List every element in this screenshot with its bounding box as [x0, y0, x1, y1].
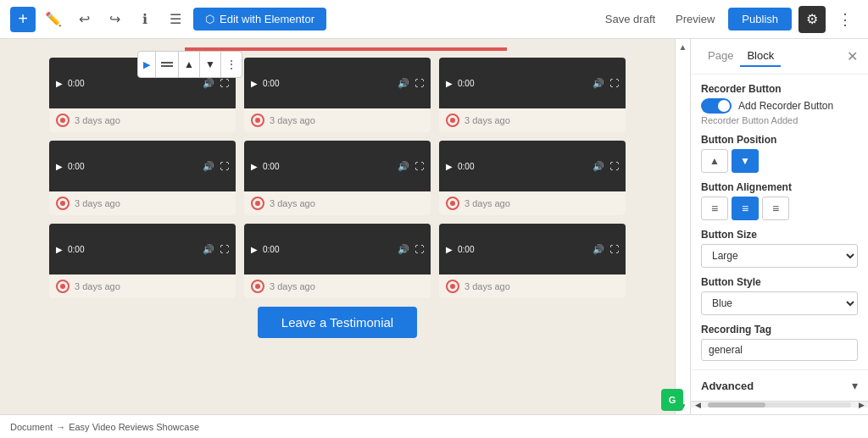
- video-card: ▶ 0:00 🔊 ⛶ 3 days ago: [439, 141, 626, 215]
- testimonial-btn-wrap: Leave a Testimonial: [258, 307, 417, 338]
- volume-icon: 🔊: [203, 161, 214, 172]
- time-display: 0:00: [68, 79, 198, 88]
- recorder-toggle[interactable]: [701, 98, 732, 114]
- info-button[interactable]: ℹ: [132, 7, 158, 32]
- breadcrumb-root: Document: [10, 422, 53, 432]
- advanced-chevron-icon: ▾: [852, 379, 858, 392]
- time-ago: 3 days ago: [75, 115, 120, 125]
- breadcrumb-arrow: →: [56, 422, 65, 432]
- video-player[interactable]: ▶ 0:00 🔊 ⛶: [439, 224, 626, 274]
- block-move-down-button[interactable]: ▼: [200, 52, 221, 77]
- video-card: ▶ 0:00 🔊 ⛶ 3 days ago: [244, 58, 431, 132]
- panel-close-button[interactable]: ✕: [847, 48, 858, 64]
- button-style-label: Button Style: [701, 276, 858, 288]
- preview-button[interactable]: Preview: [669, 9, 721, 29]
- scrollbar-left-button[interactable]: ◀: [691, 398, 704, 412]
- block-more-button[interactable]: ⋮: [221, 52, 242, 77]
- elementor-label: Edit with Elementor: [220, 13, 314, 25]
- button-style-select[interactable]: Blue: [701, 291, 858, 315]
- toolbar-left: + ✏️ ↩ ↪ ℹ ☰ ⬡ Edit with Elementor: [10, 7, 593, 32]
- redo-button[interactable]: ↪: [102, 7, 127, 32]
- alignment-buttons: ≡ ≡ ≡: [701, 197, 858, 220]
- video-player[interactable]: ▶ 0:00 🔊 ⛶: [439, 141, 626, 191]
- testimonial-button[interactable]: Leave a Testimonial: [258, 307, 417, 338]
- settings-button[interactable]: ⚙: [798, 6, 826, 33]
- record-icon: [446, 280, 459, 293]
- time-ago: 3 days ago: [465, 198, 510, 208]
- block-type-icon-button[interactable]: ▶: [138, 52, 156, 77]
- add-button[interactable]: +: [10, 7, 36, 32]
- record-icon: [446, 197, 459, 210]
- fullscreen-icon: ⛶: [220, 244, 229, 254]
- scrollbar-track: [708, 402, 851, 408]
- video-meta: 3 days ago: [439, 191, 626, 215]
- grammarly-icon[interactable]: G: [661, 389, 675, 411]
- video-player[interactable]: ▶ 0:00 🔊 ⛶: [439, 58, 626, 108]
- video-player[interactable]: ▶ 0:00 🔊 ⛶: [49, 141, 236, 191]
- position-buttons: ▲ ▼: [701, 149, 858, 173]
- time-display: 0:00: [68, 162, 198, 171]
- recording-tag-label: Recording Tag: [701, 324, 858, 335]
- save-draft-button[interactable]: Save draft: [598, 9, 662, 29]
- recording-tag-section: Recording Tag: [701, 324, 858, 361]
- button-position-section: Button Position ▲ ▼: [701, 134, 858, 173]
- video-player[interactable]: ▶ 0:00 🔊 ⛶: [244, 141, 431, 191]
- canvas: ▶ ▲ ▼ ⋮ ▶ 0:00 🔊 ⛶ 3 days ago: [0, 39, 675, 414]
- align-right-button[interactable]: ≡: [762, 197, 789, 220]
- tab-page[interactable]: Page: [701, 46, 740, 67]
- play-icon: ▶: [446, 162, 453, 171]
- elementor-icon: ⬡: [205, 13, 214, 25]
- publish-button[interactable]: Publish: [728, 8, 792, 30]
- canvas-scroll-arrows: ▲ ▼: [675, 39, 690, 414]
- more-options-button[interactable]: ⋮: [832, 7, 858, 32]
- play-icon: ▶: [446, 245, 453, 254]
- drag-icon: [161, 62, 173, 67]
- video-card: ▶ 0:00 🔊 ⛶ 3 days ago: [49, 141, 236, 215]
- play-icon: ▶: [56, 245, 63, 254]
- edit-icon-button[interactable]: ✏️: [41, 7, 66, 32]
- recorder-button-label: Recorder Button: [701, 83, 858, 95]
- video-player[interactable]: ▶ 0:00 🔊 ⛶: [244, 58, 431, 108]
- video-player[interactable]: ▶ 0:00 🔊 ⛶: [49, 224, 236, 274]
- volume-icon: 🔊: [593, 244, 604, 255]
- fullscreen-icon: ⛶: [220, 161, 229, 171]
- align-left-button[interactable]: ≡: [701, 197, 728, 220]
- time-ago: 3 days ago: [75, 198, 120, 208]
- scrollbar-thumb[interactable]: [708, 402, 765, 408]
- record-icon: [251, 114, 264, 127]
- tab-block[interactable]: Block: [740, 46, 781, 67]
- button-size-select[interactable]: Large: [701, 244, 858, 268]
- video-meta: 3 days ago: [49, 274, 236, 298]
- fullscreen-icon: ⛶: [609, 244, 619, 254]
- fullscreen-icon: ⛶: [609, 161, 619, 171]
- block-drag-handle[interactable]: [156, 52, 179, 77]
- advanced-section[interactable]: Advanced ▾: [691, 369, 868, 401]
- time-ago: 3 days ago: [465, 115, 510, 125]
- right-panel: Page Block ✕ Recorder Button Add Recorde…: [690, 39, 868, 414]
- scrollbar-right-button[interactable]: ▶: [854, 398, 868, 412]
- video-meta: 3 days ago: [244, 108, 431, 132]
- video-player[interactable]: ▶ 0:00 🔊 ⛶: [244, 224, 431, 274]
- play-icon: ▶: [56, 162, 63, 171]
- toolbar: + ✏️ ↩ ↪ ℹ ☰ ⬡ Edit with Elementor Save …: [0, 0, 868, 39]
- undo-button[interactable]: ↩: [71, 7, 97, 32]
- volume-icon: 🔊: [593, 161, 604, 172]
- panel-header: Page Block ✕: [691, 39, 868, 75]
- time-display: 0:00: [458, 79, 587, 88]
- position-up-button[interactable]: ▲: [701, 149, 728, 173]
- align-center-button[interactable]: ≡: [732, 197, 759, 220]
- breadcrumb: Document → Easy Video Reviews Showcase: [10, 422, 199, 432]
- time-ago: 3 days ago: [465, 281, 510, 291]
- video-grid: ▶ 0:00 🔊 ⛶ 3 days ago ▶ 0:00 🔊 ⛶ 3 days …: [49, 58, 626, 298]
- video-card: ▶ 0:00 🔊 ⛶ 3 days ago: [244, 141, 431, 215]
- canvas-scroll-up[interactable]: ▲: [679, 42, 687, 52]
- fullscreen-icon: ⛶: [415, 78, 424, 88]
- video-card: ▶ 0:00 🔊 ⛶ 3 days ago: [49, 224, 236, 298]
- block-move-up-button[interactable]: ▲: [179, 52, 200, 77]
- fullscreen-icon: ⛶: [415, 244, 424, 254]
- edit-with-elementor-button[interactable]: ⬡ Edit with Elementor: [193, 8, 326, 30]
- position-down-button[interactable]: ▼: [732, 149, 759, 173]
- recording-tag-input[interactable]: [701, 339, 858, 361]
- panel-content: Recorder Button Add Recorder Button Reco…: [691, 75, 868, 369]
- menu-button[interactable]: ☰: [163, 7, 188, 32]
